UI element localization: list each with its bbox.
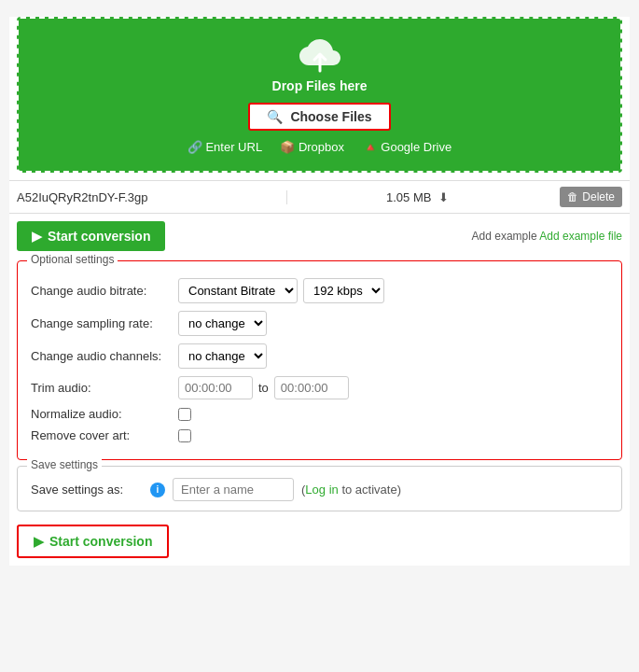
sampling-select[interactable]: no change 8000 Hz 11025 Hz 16000 Hz bbox=[178, 311, 267, 336]
add-example-text: Add example Add example file bbox=[472, 230, 622, 243]
normalize-row: Normalize audio: bbox=[31, 407, 608, 421]
bitrate-type-select[interactable]: Constant Bitrate Variable Bitrate bbox=[178, 278, 298, 303]
drop-links: 🔗 Enter URL 📦 Dropbox 🔺 Google Drive bbox=[28, 140, 611, 154]
remove-cover-row: Remove cover art: bbox=[31, 428, 608, 442]
top-actions-bar: ▶ Start conversion Add example Add examp… bbox=[9, 214, 630, 255]
login-link[interactable]: Log in bbox=[305, 483, 338, 497]
trim-to-text: to bbox=[258, 381, 269, 395]
drop-zone[interactable]: Drop Files here 🔍 Choose Files 🔗 Enter U… bbox=[17, 17, 622, 173]
search-icon: 🔍 bbox=[267, 109, 283, 124]
channels-select[interactable]: no change mono stereo bbox=[178, 343, 267, 369]
remove-cover-label: Remove cover art: bbox=[31, 428, 171, 442]
delete-button[interactable]: 🗑 Delete bbox=[560, 187, 622, 207]
save-label: Save settings as: bbox=[31, 483, 143, 497]
choose-files-button[interactable]: 🔍 Choose Files bbox=[248, 103, 390, 131]
info-icon[interactable]: i bbox=[150, 483, 165, 497]
main-container: Drop Files here 🔍 Choose Files 🔗 Enter U… bbox=[9, 17, 630, 566]
drop-text: Drop Files here bbox=[28, 78, 611, 93]
remove-cover-controls bbox=[178, 429, 191, 442]
file-actions: 🗑 Delete bbox=[548, 187, 622, 207]
dropbox-link[interactable]: 📦 Dropbox bbox=[280, 140, 347, 154]
start-conversion-button-bottom[interactable]: ▶ Start conversion bbox=[17, 525, 169, 558]
normalize-label: Normalize audio: bbox=[31, 407, 171, 421]
file-row: A52IuQRyR2tnDY-F.3gp 1.05 MB ⬇ 🗑 Delete bbox=[9, 180, 630, 214]
save-row: Save settings as: i (Log in to activate) bbox=[31, 478, 608, 501]
optional-settings-panel: Optional settings Change audio bitrate: … bbox=[17, 260, 622, 460]
sampling-label: Change sampling rate: bbox=[31, 316, 171, 330]
optional-settings-legend: Optional settings bbox=[27, 253, 118, 266]
enter-url-link[interactable]: 🔗 Enter URL bbox=[188, 140, 265, 154]
trim-from-input[interactable] bbox=[178, 376, 253, 399]
channels-controls: no change mono stereo bbox=[178, 343, 267, 369]
dropbox-icon: 📦 bbox=[280, 140, 295, 154]
arrow-icon-bottom: ▶ bbox=[34, 534, 44, 549]
login-activate-text: (Log in to activate) bbox=[301, 483, 401, 497]
save-settings-legend: Save settings bbox=[27, 458, 102, 471]
upload-icon bbox=[298, 35, 342, 73]
sampling-row: Change sampling rate: no change 8000 Hz … bbox=[31, 311, 608, 336]
google-drive-icon: 🔺 bbox=[363, 140, 378, 154]
normalize-checkbox[interactable] bbox=[178, 408, 191, 421]
settings-name-input[interactable] bbox=[173, 478, 294, 501]
file-name: A52IuQRyR2tnDY-F.3gp bbox=[17, 190, 287, 204]
trim-to-input[interactable] bbox=[274, 376, 349, 399]
trim-label: Trim audio: bbox=[31, 381, 171, 395]
normalize-controls bbox=[178, 408, 191, 421]
google-drive-link[interactable]: 🔺 Google Drive bbox=[363, 140, 452, 154]
remove-cover-checkbox[interactable] bbox=[178, 429, 191, 442]
bitrate-value-select[interactable]: 192 kbps 128 kbps 256 kbps 320 kbps bbox=[303, 278, 384, 303]
arrow-icon: ▶ bbox=[32, 229, 42, 244]
start-conversion-button-top[interactable]: ▶ Start conversion bbox=[17, 221, 165, 251]
sampling-controls: no change 8000 Hz 11025 Hz 16000 Hz bbox=[178, 311, 267, 336]
download-icon: ⬇ bbox=[438, 190, 449, 204]
channels-label: Change audio channels: bbox=[31, 349, 171, 363]
link-icon: 🔗 bbox=[188, 140, 202, 154]
bottom-bar: ▶ Start conversion bbox=[9, 517, 630, 566]
trim-row: Trim audio: to bbox=[31, 376, 608, 399]
channels-row: Change audio channels: no change mono st… bbox=[31, 343, 608, 369]
bitrate-label: Change audio bitrate: bbox=[31, 284, 171, 298]
trim-controls: to bbox=[178, 376, 349, 399]
add-example-link[interactable]: Add example file bbox=[539, 230, 622, 243]
bitrate-controls: Constant Bitrate Variable Bitrate 192 kb… bbox=[178, 278, 384, 303]
trash-icon: 🗑 bbox=[567, 190, 578, 203]
bitrate-row: Change audio bitrate: Constant Bitrate V… bbox=[31, 278, 608, 303]
save-settings-panel: Save settings Save settings as: i (Log i… bbox=[17, 466, 622, 511]
file-size: 1.05 MB ⬇ bbox=[287, 190, 548, 204]
